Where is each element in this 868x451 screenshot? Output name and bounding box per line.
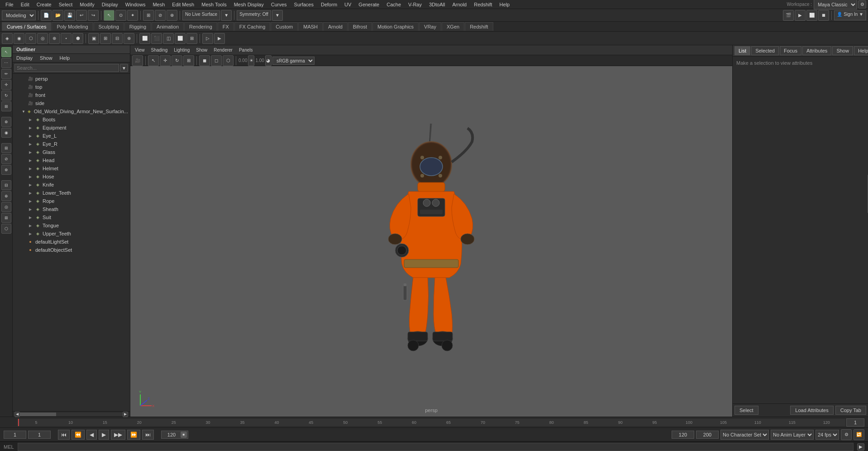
outliner-item-top[interactable]: 🎥 top bbox=[13, 83, 130, 91]
tab-vray[interactable]: VRay bbox=[419, 22, 441, 31]
ipr-icon[interactable]: ▶ bbox=[795, 10, 806, 21]
hscroll-track[interactable] bbox=[20, 413, 123, 416]
tb-icon-17[interactable]: ▷ bbox=[202, 33, 213, 44]
pb-play-btn[interactable]: ▶ bbox=[99, 430, 109, 440]
vp-camera-icon[interactable]: 🎥 bbox=[132, 55, 143, 66]
outliner-menu-show[interactable]: Show bbox=[36, 54, 56, 62]
outliner-item-knife[interactable]: ▶ ◈ Knife bbox=[13, 181, 130, 189]
tab-poly-modeling[interactable]: Poly Modeling bbox=[52, 22, 93, 31]
tb-icon-1[interactable]: ◈ bbox=[2, 33, 13, 44]
outliner-list[interactable]: 🎥 persp 🎥 top 🎥 front 🎥 side ▼ ◈ bbox=[13, 74, 130, 411]
new-file-icon[interactable]: 📄 bbox=[41, 10, 52, 21]
menu-3dtoall[interactable]: 3DtoAll bbox=[425, 1, 448, 8]
attr-tab-selected[interactable]: Selected bbox=[751, 46, 779, 55]
open-file-icon[interactable]: 📂 bbox=[52, 10, 63, 21]
vp-shading-btn[interactable]: Shading bbox=[148, 47, 171, 53]
menu-mesh[interactable]: Mesh bbox=[149, 1, 168, 8]
outliner-item-boots[interactable]: ▶ ◈ Boots bbox=[13, 115, 130, 124]
snap-center-l-btn[interactable]: ⊕ bbox=[1, 165, 11, 175]
pb-next-frame-btn[interactable]: ▶▶ bbox=[111, 430, 125, 440]
lasso-tool-btn[interactable]: ⋯ bbox=[1, 58, 11, 68]
select-hierarchy-btn[interactable]: ⊕ bbox=[1, 191, 11, 201]
snap-curve-l-btn[interactable]: ⊘ bbox=[1, 154, 11, 164]
modeling-dropdown[interactable]: Modeling bbox=[2, 10, 36, 20]
tb-icon-15[interactable]: ⬜ bbox=[175, 33, 186, 44]
outliner-item-eye-l[interactable]: ▶ ◈ Eye_L bbox=[13, 132, 130, 140]
stop-render-icon[interactable]: ⏹ bbox=[818, 10, 829, 21]
outliner-item-main-group[interactable]: ▼ ◈ Old_World_Diving_Armor_New_Surfacin.… bbox=[13, 107, 130, 115]
pb-options-icon[interactable]: ⚙ bbox=[841, 429, 852, 440]
tb-icon-13[interactable]: ⬛ bbox=[151, 33, 162, 44]
snap-curve-icon[interactable]: ⊘ bbox=[155, 10, 166, 21]
attr-tab-focus[interactable]: Focus bbox=[780, 46, 801, 55]
tb-icon-5[interactable]: ⊕ bbox=[49, 33, 60, 44]
pb-goto-start-btn[interactable]: ⏮ bbox=[58, 430, 70, 440]
vp-shaded-icon[interactable]: ◼ bbox=[199, 55, 210, 66]
vp-wireframe-icon[interactable]: ◻ bbox=[211, 55, 222, 66]
pb-prev-frame-btn[interactable]: ◀ bbox=[86, 430, 97, 440]
outliner-item-head[interactable]: ▶ ◈ Head bbox=[13, 156, 130, 164]
soft-mod-btn[interactable]: ◉ bbox=[1, 128, 11, 138]
render-region-icon[interactable]: ⬜ bbox=[806, 10, 817, 21]
vp-show-btn[interactable]: Show bbox=[193, 47, 210, 53]
menu-edit-mesh[interactable]: Edit Mesh bbox=[168, 1, 198, 8]
vp-view-btn[interactable]: View bbox=[132, 47, 148, 53]
outliner-menu-help[interactable]: Help bbox=[56, 54, 74, 62]
pb-loop-icon[interactable]: 🔁 bbox=[854, 429, 864, 440]
outliner-hscroll[interactable]: ◀ ▶ bbox=[13, 411, 130, 417]
attr-tab-help[interactable]: Help bbox=[854, 46, 868, 55]
tab-mash[interactable]: MASH bbox=[298, 22, 323, 31]
menu-display[interactable]: Display bbox=[98, 1, 122, 8]
pb-frame-end-range[interactable] bbox=[162, 431, 181, 438]
outliner-item-rope[interactable]: ▶ ◈ Rope bbox=[13, 197, 130, 205]
timeline-track[interactable]: 5 10 15 20 25 30 35 40 45 50 55 60 65 70… bbox=[17, 419, 845, 426]
undo-icon[interactable]: ↩ bbox=[76, 10, 87, 21]
outliner-item-side[interactable]: 🎥 side bbox=[13, 99, 130, 107]
live-surface-arrow[interactable]: ▼ bbox=[221, 10, 232, 21]
symmetry-arrow[interactable]: ▼ bbox=[272, 10, 283, 21]
rotate-tool-btn[interactable]: ↻ bbox=[1, 91, 11, 101]
outliner-item-hose[interactable]: ▶ ◈ Hose bbox=[13, 173, 130, 181]
outliner-item-upper-teeth[interactable]: ▶ ◈ Upper_Teeth bbox=[13, 230, 130, 238]
snap-grid-l-btn[interactable]: ⊞ bbox=[1, 143, 11, 153]
pb-char-set-dropdown[interactable]: No Character Set bbox=[720, 430, 769, 440]
menu-file[interactable]: File bbox=[2, 1, 17, 8]
scale-tool-btn[interactable]: ⊞ bbox=[1, 101, 11, 111]
pb-goto-end-btn[interactable]: ⏭ bbox=[142, 430, 154, 440]
attr-copy-btn[interactable]: Copy Tab bbox=[835, 406, 866, 415]
lasso-tool-icon[interactable]: ⊙ bbox=[115, 10, 126, 21]
sign-in-btn[interactable]: 👤 Sign In ▼ bbox=[834, 10, 866, 20]
tb-icon-11[interactable]: ⊕ bbox=[124, 33, 134, 44]
pb-frame-current[interactable] bbox=[4, 431, 26, 439]
vp-select-icon[interactable]: ↖ bbox=[148, 55, 159, 66]
snap-point-icon[interactable]: ⊕ bbox=[167, 10, 177, 21]
menu-create[interactable]: Create bbox=[33, 1, 55, 8]
pb-frame-start[interactable] bbox=[28, 431, 51, 439]
tab-custom[interactable]: Custom bbox=[271, 22, 298, 31]
tab-fx[interactable]: FX bbox=[218, 22, 234, 31]
tb-icon-2[interactable]: ◉ bbox=[14, 33, 24, 44]
show-manipulator-btn[interactable]: ⊕ bbox=[1, 117, 11, 127]
menu-mesh-tools[interactable]: Mesh Tools bbox=[198, 1, 230, 8]
select-tool-btn[interactable]: ↖ bbox=[1, 47, 11, 57]
vp-move-icon[interactable]: ✛ bbox=[160, 55, 171, 66]
workspace-settings-icon[interactable]: ⚙ bbox=[858, 0, 866, 9]
paint-select-icon[interactable]: ✦ bbox=[127, 10, 138, 21]
vp-lighting-btn[interactable]: Lighting bbox=[171, 47, 192, 53]
menu-select[interactable]: Select bbox=[55, 1, 76, 8]
tb-icon-6[interactable]: ⋆ bbox=[61, 33, 72, 44]
attr-tab-show[interactable]: Show bbox=[832, 46, 853, 55]
tab-redshift[interactable]: Redshift bbox=[465, 22, 493, 31]
viewport-canvas[interactable]: persp X Y Z bbox=[130, 66, 732, 417]
tb-icon-10[interactable]: ⊟ bbox=[112, 33, 123, 44]
render-settings-icon[interactable]: 🎬 bbox=[783, 10, 794, 21]
hscroll-right-btn[interactable]: ▶ bbox=[123, 412, 128, 417]
menu-redshift[interactable]: Redshift bbox=[470, 1, 496, 8]
brush-tool-btn[interactable]: ✏ bbox=[1, 69, 11, 79]
status-script-input[interactable] bbox=[18, 443, 854, 451]
save-file-icon[interactable]: 💾 bbox=[64, 10, 75, 21]
menu-generate[interactable]: Generate bbox=[355, 1, 383, 8]
outliner-item-suit[interactable]: ▶ ◈ Suit bbox=[13, 213, 130, 221]
outliner-item-default-light-set[interactable]: ● defaultLightSet bbox=[13, 238, 130, 246]
menu-cache[interactable]: Cache bbox=[383, 1, 405, 8]
